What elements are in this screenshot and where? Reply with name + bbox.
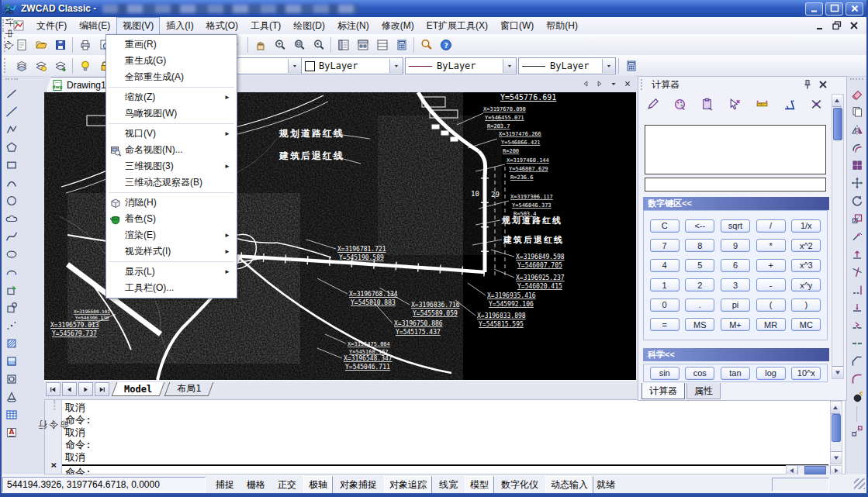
palette-close-icon[interactable] <box>817 78 829 91</box>
toggle-数字化仪[interactable]: 数字化仪 <box>496 476 544 494</box>
child-minimize-button[interactable] <box>812 19 828 32</box>
calc-key-MR[interactable]: MR <box>756 318 786 331</box>
mtext-icon[interactable]: A <box>2 424 21 441</box>
fillet-icon[interactable] <box>848 371 866 388</box>
calc-key-5[interactable]: 5 <box>685 259 714 272</box>
layer-manager-icon[interactable] <box>12 57 31 75</box>
scroll-left-button[interactable] <box>787 466 798 475</box>
clear-icon[interactable] <box>643 95 662 113</box>
hatch-icon[interactable] <box>2 335 21 352</box>
circle-icon[interactable] <box>2 192 21 209</box>
calc-key-MS[interactable]: MS <box>685 318 714 331</box>
toggle-极轴[interactable]: 极轴 <box>303 476 333 494</box>
calc-key-<--[interactable]: <-- <box>685 219 714 233</box>
pan-icon[interactable] <box>251 36 270 54</box>
toggle-正交[interactable]: 正交 <box>272 476 302 494</box>
view-menu-item-11[interactable]: 渲染(E)► <box>106 227 237 243</box>
scroll-down-button[interactable] <box>832 366 843 378</box>
scrollbar-thumb[interactable] <box>804 466 826 475</box>
pin-icon[interactable] <box>801 78 814 91</box>
maximize-button[interactable] <box>825 2 843 16</box>
view-menu-item-12[interactable]: 视觉样式(I)► <box>106 243 237 260</box>
zoom-previous-icon[interactable] <box>309 36 328 54</box>
toggle-对象追踪[interactable]: 对象追踪 <box>384 476 432 494</box>
lineweight-dropdown[interactable]: ByLayer <box>518 57 616 74</box>
close-button[interactable] <box>846 2 863 16</box>
chamfer-icon[interactable] <box>848 353 866 370</box>
calc-key-C[interactable]: C <box>650 219 680 233</box>
zoom-window-icon[interactable] <box>289 36 309 54</box>
calc-key-1/x[interactable]: 1/x <box>791 219 821 233</box>
calc-key-+[interactable]: + <box>756 259 786 272</box>
calc-key-tan[interactable]: tan <box>721 367 750 380</box>
menu-4[interactable]: 格式(O) <box>200 17 244 35</box>
offset-icon[interactable] <box>848 139 866 156</box>
nav-first-button[interactable] <box>46 382 61 396</box>
document-tab-drawing1[interactable]: dwg Drawing1 <box>46 77 115 92</box>
tool-palettes-icon[interactable] <box>372 36 392 54</box>
nav-next-button[interactable] <box>78 382 93 396</box>
insert-block-icon[interactable] <box>2 281 21 299</box>
doc-prev-icon[interactable] <box>579 78 591 89</box>
palette-scrollbar[interactable] <box>832 94 844 379</box>
menu-6[interactable]: 绘图(D) <box>287 17 331 35</box>
view-menu-item-9[interactable]: 消隐(H) <box>106 195 237 211</box>
mirror-icon[interactable] <box>848 121 866 138</box>
calc-key-8[interactable]: 8 <box>685 239 714 252</box>
rectangle-icon[interactable] <box>2 157 21 174</box>
stretch-icon[interactable] <box>848 228 866 245</box>
array-icon[interactable] <box>848 157 866 174</box>
calc-key-9[interactable]: 9 <box>721 239 750 252</box>
chevron-down-icon[interactable] <box>503 59 516 73</box>
doc-close-icon[interactable] <box>621 78 633 89</box>
calc-key-4[interactable]: 4 <box>650 259 680 272</box>
menu-7[interactable]: 标注(N) <box>331 17 375 35</box>
menu-1[interactable]: 编辑(E) <box>73 17 116 35</box>
construction-line-icon[interactable] <box>2 103 21 120</box>
gradient-icon[interactable] <box>2 353 21 370</box>
menu-0[interactable]: 文件(F) <box>30 17 73 35</box>
intersection-icon[interactable] <box>807 95 826 113</box>
calc-key--[interactable]: - <box>756 278 786 292</box>
calc-key-*[interactable]: * <box>756 239 786 252</box>
view-menu-item-3[interactable]: 缩放(Z)► <box>106 89 237 105</box>
calc-key-3[interactable]: 3 <box>721 278 750 292</box>
doc-next-icon[interactable] <box>593 78 605 89</box>
chevron-down-icon[interactable] <box>288 59 301 73</box>
toggle-模型[interactable]: 模型 <box>465 476 494 494</box>
scrollbar-thumb[interactable] <box>832 414 841 442</box>
view-menu-item-5[interactable]: 视口(V)► <box>106 126 237 142</box>
view-menu-item-6[interactable]: 命名视图(N)... <box>106 142 237 158</box>
save-icon[interactable] <box>50 36 70 54</box>
calc-key-pi[interactable]: pi <box>721 299 750 312</box>
break-icon[interactable] <box>848 317 866 334</box>
print-icon[interactable] <box>75 36 95 54</box>
resize-grip[interactable] <box>854 478 865 489</box>
arc-icon[interactable] <box>2 174 21 192</box>
view-menu-item-7[interactable]: 三维视图(3)► <box>106 158 237 174</box>
numpad-header[interactable]: 数字键区<< <box>643 197 829 210</box>
scroll-down-button[interactable] <box>831 451 842 464</box>
menu-9[interactable]: ET扩展工具(X) <box>420 17 494 35</box>
menu-3[interactable]: 插入(I) <box>160 17 199 35</box>
calc-key-log[interactable]: log <box>756 367 786 380</box>
scrollbar-thumb[interactable] <box>833 108 842 140</box>
join-icon[interactable] <box>848 335 866 352</box>
spline-icon[interactable] <box>2 228 21 245</box>
rotate-icon[interactable] <box>848 192 866 209</box>
menu-11[interactable]: 帮助(H) <box>540 17 584 35</box>
calc-key-2[interactable]: 2 <box>685 278 714 292</box>
scroll-up-button[interactable] <box>832 95 842 107</box>
toggle-捕捉[interactable]: 捕捉 <box>210 476 240 494</box>
calc-key-x^y[interactable]: x^y <box>791 278 821 292</box>
calc-key-x^3[interactable]: x^3 <box>791 259 821 272</box>
make-block-icon[interactable] <box>2 299 21 316</box>
calc-key-7[interactable]: 7 <box>650 239 680 252</box>
menu-view[interactable]: 视图(V) <box>116 17 160 35</box>
calc-key-MC[interactable]: MC <box>791 318 821 331</box>
calc-key-([interactable]: ( <box>756 299 786 312</box>
move-icon[interactable] <box>848 174 866 192</box>
chevron-down-icon[interactable] <box>389 59 403 73</box>
child-close-button[interactable] <box>846 19 862 32</box>
scroll-up-button[interactable] <box>831 402 840 414</box>
